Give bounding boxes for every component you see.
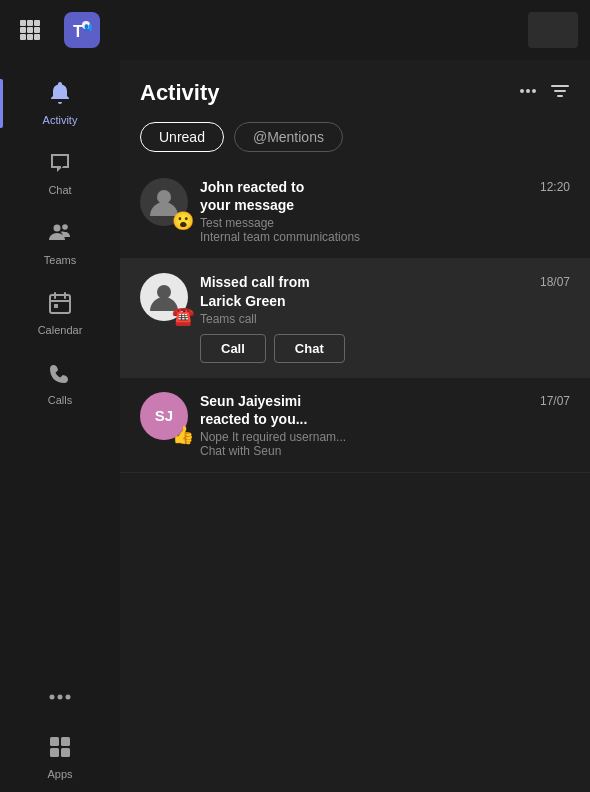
svg-point-34 [157,285,171,299]
sidebar-item-activity[interactable]: Activity [0,68,120,138]
svg-rect-26 [61,748,70,757]
sidebar-item-apps[interactable]: Apps [0,722,120,792]
item-content-seun: Seun Jaiyesimi reacted to you... 17/07 N… [200,392,570,458]
reaction-emoji-larick: ☎️ [172,307,194,325]
sidebar-item-calendar[interactable]: Calendar [0,278,120,348]
svg-rect-0 [20,20,26,26]
sidebar-label-calls: Calls [48,394,72,406]
more-icon [47,682,73,706]
svg-rect-6 [20,34,26,40]
svg-point-22 [66,695,71,700]
item-subtitle1-seun: Nope It required usernam... [200,430,570,444]
item-content-larick: Missed call from Larick Green 18/07 Team… [200,273,570,362]
reaction-emoji-john: 😮 [172,212,194,230]
svg-point-33 [157,190,171,204]
sidebar-label-calendar: Calendar [38,324,83,336]
activity-item-larick[interactable]: ☎️ Missed call from Larick Green 18/07 T… [120,259,590,377]
svg-rect-8 [34,34,40,40]
calendar-icon [47,290,73,320]
svg-point-29 [532,89,536,93]
call-button[interactable]: Call [200,334,266,363]
activity-header: Activity [120,60,590,118]
item-content-john: John reacted to your message 12:20 Test … [200,178,570,244]
item-time-seun: 17/07 [540,394,570,408]
svg-rect-1 [27,20,33,26]
activity-item-john[interactable]: 😮 John reacted to your message 12:20 Tes… [120,164,590,259]
chat-button[interactable]: Chat [274,334,345,363]
svg-rect-25 [50,748,59,757]
item-subtitle2-john: Internal team communications [200,230,570,244]
item-subtitle1-john: Test message [200,216,570,230]
reaction-emoji-seun: 👍 [172,426,194,444]
svg-rect-5 [34,27,40,33]
header-actions [518,81,570,106]
sidebar-label-chat: Chat [48,184,71,196]
action-buttons-larick: Call Chat [200,334,570,363]
filter-button[interactable] [550,81,570,106]
tab-unread[interactable]: Unread [140,122,224,152]
activity-item-seun[interactable]: SJ 👍 Seun Jaiyesimi reacted to you... 17… [120,378,590,473]
avatar-wrapper-seun: SJ 👍 [140,392,188,440]
activity-list: 😮 John reacted to your message 12:20 Tes… [120,164,590,792]
svg-rect-7 [27,34,33,40]
item-title-john: John reacted to your message [200,178,540,214]
sidebar-label-apps: Apps [47,768,72,780]
more-options-button[interactable] [518,81,538,106]
grid-icon[interactable] [12,12,48,48]
svg-rect-4 [27,27,33,33]
tab-mentions[interactable]: @Mentions [234,122,343,152]
item-subtitle1-larick: Teams call [200,312,570,326]
item-title-seun: Seun Jaiyesimi reacted to you... [200,392,540,428]
svg-point-28 [526,89,530,93]
content-area: Activity [120,60,590,792]
sidebar-item-chat[interactable]: Chat [0,138,120,208]
item-title-larick: Missed call from Larick Green [200,273,540,309]
sidebar-item-calls[interactable]: Calls [0,348,120,418]
svg-point-14 [62,224,68,230]
svg-rect-19 [54,304,58,308]
page-title: Activity [140,80,219,106]
topbar: T 👥 [0,0,590,60]
filter-tabs: Unread @Mentions [120,118,590,164]
svg-point-21 [58,695,63,700]
teams-logo: T 👥 [64,12,100,48]
svg-point-20 [50,695,55,700]
svg-rect-23 [50,737,59,746]
item-subtitle2-seun: Chat with Seun [200,444,570,458]
svg-text:T: T [73,23,83,40]
profile-area[interactable] [528,12,578,48]
svg-point-13 [54,225,61,232]
item-time-john: 12:20 [540,180,570,194]
svg-point-27 [520,89,524,93]
item-time-larick: 18/07 [540,275,570,289]
item-top-seun: Seun Jaiyesimi reacted to you... 17/07 [200,392,570,428]
avatar-wrapper-john: 😮 [140,178,188,226]
bell-icon [47,80,73,110]
sidebar-label-teams: Teams [44,254,76,266]
svg-rect-3 [20,27,26,33]
sidebar-item-teams[interactable]: Teams [0,208,120,278]
calls-icon [47,360,73,390]
teams-icon [47,220,73,250]
svg-text:👥: 👥 [84,22,93,31]
item-top-larick: Missed call from Larick Green 18/07 [200,273,570,309]
avatar-wrapper-larick: ☎️ [140,273,188,321]
apps-icon [47,734,73,764]
item-top-john: John reacted to your message 12:20 [200,178,570,214]
svg-rect-15 [50,295,70,313]
chat-icon [47,150,73,180]
svg-rect-2 [34,20,40,26]
sidebar-label-activity: Activity [43,114,78,126]
sidebar: Activity Chat Teams [0,60,120,792]
sidebar-item-more[interactable] [0,670,120,722]
main-layout: Activity Chat Teams [0,60,590,792]
svg-rect-24 [61,737,70,746]
